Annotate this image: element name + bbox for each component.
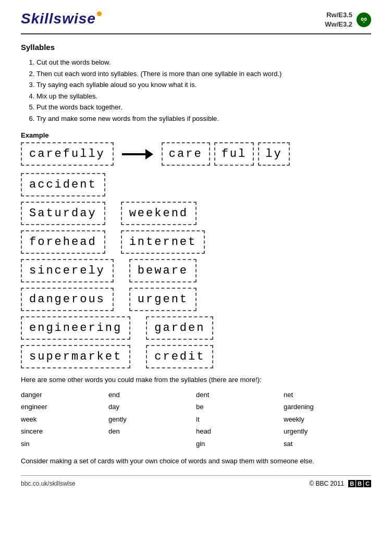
word-col-2-item-0: end: [108, 389, 196, 401]
bbc-owl-icon: [357, 13, 371, 27]
code1: Rw/E3.5: [325, 10, 352, 20]
footer-right: © BBC 2011 B B C: [309, 480, 371, 487]
word-col-2: enddaygentlyden: [108, 389, 196, 450]
word-col-1-item-0: danger: [21, 389, 108, 401]
word-col-4-item-3: urgently: [284, 425, 371, 437]
word-col-3-item-0: dent: [196, 389, 284, 401]
instruction-item-3: Try saying each syllable aloud so you kn…: [36, 79, 371, 90]
footer: bbc.co.uk/skillswise © BBC 2011 B B C: [21, 475, 371, 487]
instructions-list: Cut out the words below.Then cut each wo…: [31, 57, 371, 124]
word-card-left-1: Saturday: [21, 202, 105, 225]
word-col-4: netgardeningweeklyurgentlysat: [284, 389, 371, 450]
word-row-0: accident: [21, 173, 371, 196]
example-part-3: ly: [258, 142, 289, 166]
example-label: Example: [21, 131, 371, 139]
instruction-item-6: Try and make some new words from the syl…: [36, 113, 371, 124]
word-col-3-item-4: gin: [196, 438, 284, 450]
word-card-right-2: internet: [121, 230, 205, 254]
word-card-right-3: beware: [129, 259, 197, 282]
instruction-item-1: Cut out the words below.: [36, 57, 371, 68]
word-card-left-5: engineering: [21, 316, 130, 340]
page-title: Syllables: [21, 43, 371, 52]
word-card-left-6: supermarket: [21, 345, 130, 368]
word-columns: dangerengineerweeksinceresin enddaygentl…: [21, 389, 371, 450]
word-col-4-item-4: sat: [284, 438, 371, 450]
svg-point-4: [365, 19, 366, 20]
word-col-3-item-1: be: [196, 401, 284, 413]
word-col-3-item-3: head: [196, 425, 284, 437]
word-col-1-item-4: sin: [21, 438, 108, 450]
word-row-2: foreheadinternet: [21, 230, 371, 254]
svg-point-3: [362, 19, 363, 20]
word-card-left-0: accident: [21, 173, 105, 196]
bbc-logo: B B C: [348, 480, 371, 487]
word-row-4: dangerousurgent: [21, 288, 371, 311]
word-card-right-5: garden: [146, 316, 213, 340]
word-row-6: supermarketcredit: [21, 345, 371, 368]
word-col-4-item-0: net: [284, 389, 371, 401]
instruction-item-2: Then cut each word into syllables. (Ther…: [36, 68, 371, 79]
consider-text: Consider making a set of cards with your…: [21, 457, 371, 465]
note-text: Here are some other words you could make…: [21, 376, 371, 384]
word-col-3: dentbeitheadgin: [196, 389, 284, 450]
word-col-4-item-2: weekly: [284, 413, 371, 425]
word-col-1-item-2: week: [21, 413, 108, 425]
code-badge: Rw/E3.5 Ww/E3.2: [325, 10, 352, 29]
footer-url: bbc.co.uk/skillswise: [21, 480, 76, 487]
svg-marker-6: [145, 149, 153, 159]
example-word-card: carefully: [21, 142, 114, 166]
arrow-icon: [122, 146, 153, 162]
instruction-item-5: Put the words back together.: [36, 102, 371, 113]
page: Skillswise Rw/E3.5 Ww/E3.2 Syllables: [0, 0, 392, 555]
example-row: carefully care ful ly: [21, 142, 371, 166]
instruction-item-4: Mix up the syllables.: [36, 91, 371, 102]
logo-dot: [97, 11, 102, 16]
word-card-right-1: weekend: [121, 202, 197, 225]
words-grid: accidentSaturdayweekendforeheadinternets…: [21, 173, 371, 368]
word-col-2-item-2: gently: [108, 413, 196, 425]
word-col-3-item-2: it: [196, 413, 284, 425]
word-col-1: dangerengineerweeksinceresin: [21, 389, 108, 450]
word-card-left-2: forehead: [21, 230, 105, 254]
word-card-left-4: dangerous: [21, 288, 114, 311]
word-row-1: Saturdayweekend: [21, 202, 371, 225]
instructions: Cut out the words below.Then cut each wo…: [31, 57, 371, 124]
bbc-b1: B: [348, 480, 356, 487]
header-right: Rw/E3.5 Ww/E3.2: [325, 10, 371, 29]
svg-point-0: [358, 14, 370, 26]
example-part-2: ful: [214, 142, 254, 166]
word-row-3: sincerelybeware: [21, 259, 371, 282]
bbc-b2: B: [356, 480, 363, 487]
code2: Ww/E3.2: [325, 20, 352, 29]
word-card-left-3: sincerely: [21, 259, 114, 282]
word-col-1-item-3: sincere: [21, 425, 108, 437]
footer-copyright: © BBC 2011: [309, 480, 344, 487]
word-card-right-6: credit: [146, 345, 213, 368]
word-card-right-4: urgent: [129, 288, 197, 311]
logo-area: Skillswise: [21, 10, 102, 27]
logo-text: Skillswise: [21, 10, 102, 27]
word-row-5: engineeringgarden: [21, 316, 371, 340]
word-col-2-item-1: day: [108, 401, 196, 413]
word-col-1-item-1: engineer: [21, 401, 108, 413]
example-part-1: care: [162, 142, 210, 166]
bbc-c: C: [364, 480, 371, 487]
header: Skillswise Rw/E3.5 Ww/E3.2: [21, 10, 371, 34]
word-col-4-item-1: gardening: [284, 401, 371, 413]
word-col-2-item-3: den: [108, 425, 196, 437]
